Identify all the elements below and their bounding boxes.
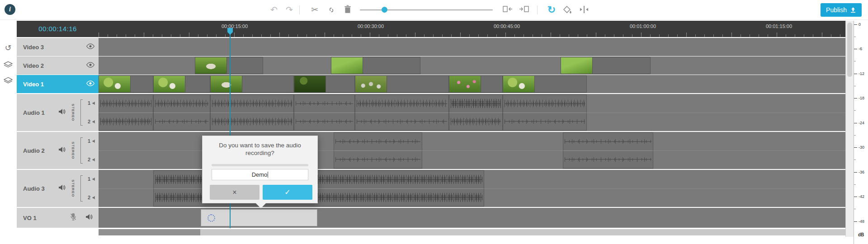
horizontal-scrollbar[interactable] (99, 229, 845, 235)
speaker-icon[interactable] (92, 139, 97, 144)
add-layer-icon[interactable] (3, 60, 14, 71)
db-meter-scale: 0 -6 -12 -18 -24 -30 -36 -42 -48 dB (854, 21, 868, 244)
video-clip[interactable] (99, 75, 153, 93)
speaker-icon[interactable] (58, 146, 66, 155)
channel-bracket (80, 137, 83, 164)
stereo-label: STEREO (71, 104, 75, 122)
track-label-video3[interactable]: Video 3 (17, 38, 99, 56)
unlink-icon[interactable] (326, 5, 336, 17)
channel-bracket (80, 175, 83, 202)
channel-2: 2 (88, 195, 97, 201)
confirm-button[interactable]: ✓ (263, 185, 312, 200)
track-content-video1[interactable] (99, 75, 845, 93)
audio-clip[interactable] (210, 94, 294, 131)
audio-clip[interactable] (503, 94, 587, 131)
track-label-audio2[interactable]: Audio 2 STEREO 1 2 (17, 132, 99, 169)
delete-icon[interactable] (344, 5, 352, 16)
video-clip[interactable] (503, 75, 587, 93)
visibility-eye-icon[interactable] (86, 80, 95, 88)
clip-thumbnail (355, 76, 387, 92)
recording-name-input[interactable]: Demo (212, 169, 308, 180)
db-unit-label: dB (858, 232, 864, 237)
channel-2: 2 (88, 119, 97, 125)
cancel-button[interactable]: × (210, 185, 259, 200)
mic-muted-icon[interactable] (70, 213, 76, 223)
current-timecode: 00:00:14:16 (17, 21, 99, 37)
save-recording-dialog: Do you want to save the audio recording?… (202, 136, 318, 203)
track-label-audio3[interactable]: Audio 3 STEREO 1 2 (17, 170, 99, 207)
speaker-icon[interactable] (85, 214, 93, 222)
track-label-video2[interactable]: Video 2 (17, 56, 99, 75)
audio-clip[interactable] (99, 94, 153, 131)
clip-thumbnail (294, 76, 326, 92)
audio-clip[interactable] (563, 132, 653, 169)
video-clip[interactable] (210, 75, 294, 93)
paint-bucket-icon[interactable] (562, 5, 572, 17)
track-label-video1[interactable]: Video 1 (17, 75, 99, 93)
layers-icon[interactable] (3, 75, 14, 86)
visibility-eye-icon[interactable] (86, 43, 95, 51)
dialog-pointer (255, 202, 267, 208)
transition-prev-icon[interactable] (503, 5, 514, 15)
split-icon[interactable] (579, 5, 590, 16)
audio-clip[interactable] (334, 132, 422, 169)
track-name: Audio 2 (23, 147, 45, 154)
audio-clip[interactable] (449, 94, 503, 131)
track-content-video3[interactable] (99, 38, 845, 56)
transition-next-icon[interactable] (518, 5, 529, 15)
cut-button[interactable]: ✂ (308, 4, 321, 16)
speaker-icon[interactable] (92, 101, 97, 106)
redo-button[interactable]: ↷ (283, 4, 296, 16)
video-clip[interactable] (331, 57, 420, 74)
track-name: Video 3 (23, 44, 44, 51)
video-clip[interactable] (449, 75, 503, 93)
track-label-vo1[interactable]: VO 1 (17, 208, 99, 228)
video-clip[interactable] (153, 75, 210, 93)
zoom-slider-knob[interactable] (382, 7, 387, 13)
horizontal-scrollbar-thumb[interactable] (99, 229, 200, 235)
speaker-icon[interactable] (58, 108, 66, 117)
visibility-eye-icon[interactable] (86, 61, 95, 70)
track-name: Audio 3 (23, 185, 45, 192)
audio-clip[interactable] (153, 94, 210, 131)
stereo-label: STEREO (71, 142, 75, 160)
publish-button[interactable]: Publish (821, 3, 862, 17)
vertical-scrollbar[interactable] (845, 21, 854, 237)
undo-button[interactable]: ↶ (268, 4, 280, 16)
zoom-slider[interactable] (360, 9, 493, 10)
audio-clip[interactable] (355, 94, 449, 131)
video-clip[interactable] (195, 57, 263, 74)
rotate-icon[interactable]: ↺ (3, 42, 14, 53)
track-name: VO 1 (23, 215, 37, 221)
clip-thumbnail (99, 76, 131, 92)
speaker-icon[interactable] (92, 119, 97, 125)
track-name: Audio 1 (23, 109, 45, 116)
ruler-label: 00:01:15:00 (761, 23, 797, 29)
video-clip[interactable] (561, 57, 651, 74)
toolbar: i ↶ ↷ ✂ ↻ Publish (0, 0, 868, 20)
dialog-message: Do you want to save the audio recording? (209, 141, 311, 157)
vertical-scrollbar-thumb[interactable] (847, 23, 852, 77)
voiceover-recording-clip[interactable] (201, 209, 317, 226)
video-clip[interactable] (355, 75, 449, 93)
clip-thumbnail (331, 57, 363, 74)
audio-clip[interactable] (294, 94, 355, 131)
speaker-icon[interactable] (92, 177, 97, 182)
video-editor-timeline: i ↶ ↷ ✂ ↻ Publish (0, 0, 868, 244)
speaker-icon[interactable] (92, 195, 97, 201)
channel-1: 1 (88, 176, 97, 182)
record-voiceover-icon[interactable]: ↻ (545, 3, 558, 17)
track-label-audio1[interactable]: Audio 1 STEREO 1 2 (17, 94, 99, 131)
speaker-icon[interactable] (92, 157, 97, 163)
track-content-audio1[interactable] (99, 94, 845, 131)
track-content-video2[interactable] (99, 56, 845, 75)
speaker-icon[interactable] (58, 184, 66, 192)
info-icon[interactable]: i (5, 4, 15, 15)
video-clip[interactable] (294, 75, 355, 93)
toolbar-divider (299, 5, 300, 14)
stereo-label: STEREO (71, 180, 75, 197)
loading-spinner (208, 214, 215, 222)
channel-1: 1 (88, 138, 97, 144)
track-content-vo1[interactable] (99, 208, 845, 228)
channel-1: 1 (88, 100, 97, 106)
